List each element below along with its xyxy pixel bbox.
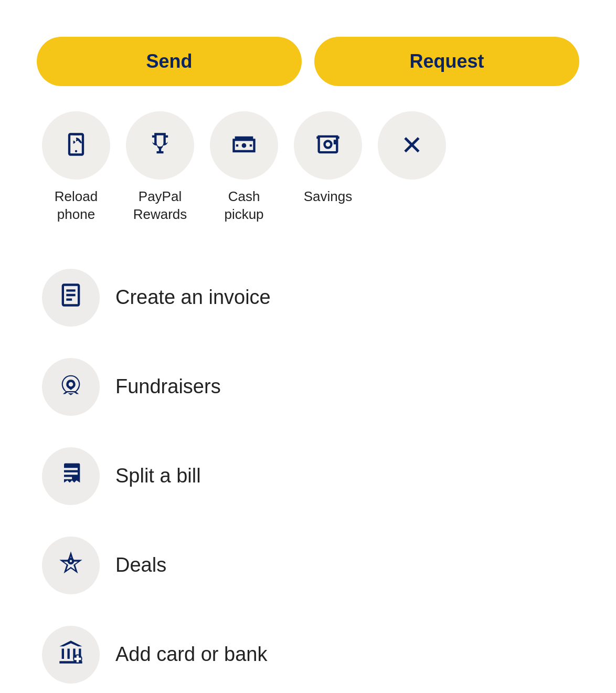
split-bill-label: Split a bill	[115, 465, 201, 487]
create-invoice-label: Create an invoice	[115, 286, 271, 309]
menu-item-create-invoice[interactable]: Create an invoice	[26, 253, 590, 342]
deals-circle	[42, 537, 100, 594]
fundraisers-circle	[42, 358, 100, 416]
savings-icon	[314, 131, 342, 160]
add-card-bank-circle	[42, 626, 100, 684]
trophy-icon	[146, 131, 174, 160]
cash-pickup-icon	[230, 131, 258, 160]
split-bill-circle	[42, 447, 100, 505]
quick-actions-row: Reloadphone PayPalRewards Cashpickup	[16, 111, 600, 224]
create-invoice-circle	[42, 269, 100, 327]
menu-item-split-bill[interactable]: Split a bill	[26, 432, 590, 521]
close-circle: ✕	[378, 111, 446, 180]
savings-circle	[294, 111, 362, 180]
request-button[interactable]: Request	[314, 37, 579, 86]
bill-icon	[57, 460, 84, 492]
fundraisers-label: Fundraisers	[115, 375, 221, 398]
deals-label: Deals	[115, 554, 166, 576]
invoice-icon	[57, 281, 84, 314]
svg-rect-0	[73, 134, 80, 135]
add-card-bank-label: Add card or bank	[115, 643, 267, 666]
savings-label: Savings	[304, 188, 353, 206]
menu-item-fundraisers[interactable]: Fundraisers	[26, 342, 590, 432]
deals-icon	[57, 549, 84, 582]
reload-phone-icon	[62, 131, 90, 160]
close-icon: ✕	[401, 132, 423, 159]
quick-action-close[interactable]: ✕	[373, 111, 451, 180]
quick-action-cash-pickup[interactable]: Cashpickup	[205, 111, 283, 224]
cash-pickup-label: Cashpickup	[224, 188, 263, 224]
quick-action-reload-phone[interactable]: Reloadphone	[37, 111, 115, 224]
menu-item-deals[interactable]: Deals	[26, 521, 590, 610]
send-button[interactable]: Send	[37, 37, 302, 86]
quick-action-savings[interactable]: Savings	[289, 111, 367, 206]
quick-action-paypal-rewards[interactable]: PayPalRewards	[121, 111, 199, 224]
top-buttons-container: Send Request	[16, 21, 600, 86]
paypal-rewards-circle	[126, 111, 194, 180]
paypal-rewards-label: PayPalRewards	[133, 188, 187, 224]
menu-item-add-card-bank[interactable]: Add card or bank	[26, 610, 590, 693]
cash-pickup-circle	[210, 111, 278, 180]
bank-icon	[57, 638, 84, 671]
reload-phone-circle	[42, 111, 110, 180]
menu-list: Create an invoice Fundraisers Split a bi…	[16, 253, 600, 693]
reload-phone-label: Reloadphone	[55, 188, 98, 224]
fundraiser-icon	[57, 371, 84, 403]
